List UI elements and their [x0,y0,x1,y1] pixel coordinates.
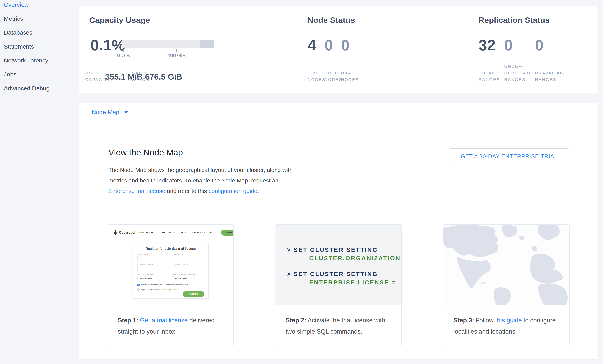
world-map [443,225,569,306]
last-name-field [173,256,204,261]
description-text: and refer to this [165,188,209,194]
mini-nav-product: PRODUCT [145,232,156,234]
mini-nav-blog: BLOG [210,232,216,234]
sidebar-item-statements[interactable]: Statements [4,43,34,51]
node-map-preview: 1 geo=sfo 2 Nodes 9% CAPACITY 3.2 GiB 35… [443,225,569,306]
project-phase-select: Please Select [138,276,169,281]
total-ranges-value: 32 [479,35,496,55]
live-nodes-value: 4 [308,35,316,55]
node-map-enterprise-panel: View the Node Map The Node Map shows the… [79,121,598,359]
sql-line-1: > SET CLUSTER SETTING [287,246,378,253]
step3-prefix: Step 3: [453,317,474,324]
mini-download-button: DOWNLOAD [221,230,233,236]
company-email-field [173,266,204,271]
node-map-dropdown[interactable]: Node Map [92,103,128,121]
trial-license-site-screenshot: Cockroach LABS PRODUCT CUSTOMERS DOCS RE… [107,225,233,306]
unavailable-ranges-value: 0 [535,35,544,55]
reason-label: REASON FOR INTEREST [173,274,195,276]
capacity-bar [122,40,214,48]
email-updates-text: I would like to receive email updates ab… [141,284,190,286]
brand-name: Cockroach [119,231,137,235]
company-name-field [138,266,169,271]
sidebar-item-metrics[interactable]: Metrics [4,15,23,23]
license-agreement-text: I agree to the Software License Agreemen… [141,288,178,291]
step2-caption: Step 2: Activate the trial license with … [286,315,394,337]
node-map-description: The Node Map shows the geographical layo… [108,165,298,197]
step1-caption: Step 1: Get a trial license delivered st… [118,315,225,337]
sidebar: Overview Metrics Databases Statements Ne… [0,0,79,364]
section-divider [107,218,570,218]
mini-site-nav: PRODUCT CUSTOMERS DOCS RESOURCES BLOG DO… [145,230,233,236]
checkbox-checked-icon: ✓ [138,284,140,286]
capacity-axis-tick [204,49,204,52]
live-nodes-label: LIVE NODES [308,70,324,83]
cockroach-labs-logo: Cockroach LABS [113,230,145,235]
capacity-axis-tick [123,49,124,52]
usable-capacity-value: 676.5 GiB [145,72,182,82]
capacity-axis-label-0: 0 GiB [108,52,139,58]
step3-card: 1 geo=sfo 2 Nodes 9% CAPACITY 3.2 GiB 35… [443,224,569,346]
email-updates-checkbox-row: ✓ I would like to receive email updates … [138,284,190,286]
trial-registration-form: Register for a 30-day trial license FIRS… [133,243,209,298]
capacity-bar-reserved-segment [200,40,214,48]
suspect-nodes-value: 0 [325,35,333,55]
cluster-summary-card: Capacity Usage 0.1% 0 GiB 400 GiB USED C… [79,6,598,93]
mini-submit-button: SUBMIT [183,291,204,297]
get-trial-license-link[interactable]: Get a trial license [140,317,188,324]
capacity-axis-tick [176,49,177,52]
under-replicated-ranges-value: 0 [504,35,512,55]
chevron-down-icon [124,111,128,114]
checkbox-empty-icon [138,288,140,291]
company-email-label: COMPANY EMAIL [173,264,188,265]
reason-select: Please Select [173,276,204,281]
this-guide-link[interactable]: this guide [495,317,522,324]
page-title: View the Node Map [108,148,183,157]
last-name-label: LAST NAME [173,254,184,255]
sidebar-item-databases[interactable]: Databases [4,29,32,37]
brand-suffix: LABS [138,232,145,234]
step1-prefix: Step 1: [118,317,138,324]
first-name-label: FIRST NAME [138,254,149,255]
unavailable-ranges-label: UNAVAILABLE RANGES [535,70,577,83]
description-text: . [257,188,259,194]
sidebar-item-jobs[interactable]: Jobs [4,70,16,78]
replication-status-title: Replication Status [478,16,550,25]
sql-line-4: ENTERPRISE.LICENSE = [309,279,396,286]
configuration-guide-link[interactable]: configuration guide [209,188,257,194]
sql-line-3: > SET CLUSTER SETTING [287,271,378,277]
sql-commands-preview: > SET CLUSTER SETTING CLUSTER.ORGANIZATI… [275,225,401,306]
mini-nav-docs: DOCS [180,232,186,234]
capacity-usage-title: Capacity Usage [89,16,150,25]
step2-prefix: Step 2: [286,317,306,324]
dead-nodes-value: 0 [341,35,349,55]
mini-nav-customers: CUSTOMERS [161,232,175,234]
first-name-field [138,256,169,261]
license-agreement-checkbox-row: I agree to the Software License Agreemen… [138,288,178,291]
description-text: The Node Map shows the geographical layo… [108,167,293,184]
company-name-label: COMPANY NAME [138,264,153,265]
dead-nodes-label: DEAD NODES [341,70,359,83]
capacity-used-percent: 0.1% [91,35,125,55]
node-status-title: Node Status [307,16,355,25]
total-ranges-label: TOTAL RANGES [479,70,503,83]
capacity-axis-label-400: 400 GiB [161,52,192,58]
step2-card: > SET CLUSTER SETTING CLUSTER.ORGANIZATI… [275,224,402,346]
view-selector-bar: Node Map [79,103,598,121]
mini-nav-resources: RESOURCES [191,232,205,234]
mini-site-header: Cockroach LABS PRODUCT CUSTOMERS DOCS RE… [113,230,228,236]
mini-form-title: Register for a 30-day trial license [133,247,208,251]
cockroach-bug-icon [113,230,117,235]
step1-card: Cockroach LABS PRODUCT CUSTOMERS DOCS RE… [107,224,234,346]
project-phase-label: PROJECT PHASE [138,274,154,276]
sidebar-item-overview[interactable]: Overview [4,1,29,9]
node-map-dropdown-label: Node Map [92,109,119,116]
get-enterprise-trial-button[interactable]: GET A 30-DAY ENTERPRISE TRIAL [449,148,569,164]
sidebar-item-network-latency[interactable]: Network Latency [4,56,48,65]
enterprise-trial-license-link[interactable]: Enterprise trial license [108,188,165,194]
sql-line-2: CLUSTER.ORGANIZATION = [309,255,401,262]
step3-caption: Step 3: Follow this guide to configure l… [453,315,561,337]
capacity-axis-tick [150,49,150,52]
software-license-link: Software License Agreement [153,288,177,291]
sidebar-item-advanced-debug[interactable]: Advanced Debug [4,84,50,92]
